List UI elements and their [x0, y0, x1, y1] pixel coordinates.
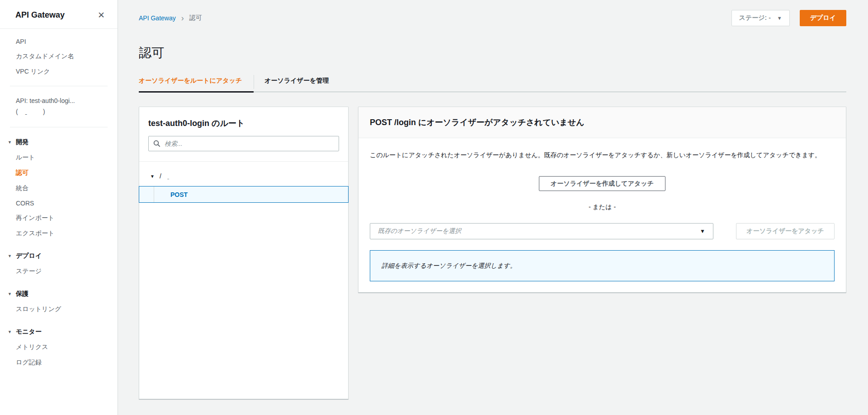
- sidebar-api-context: API: test-auth0-logi... ( ˍ ): [0, 92, 118, 121]
- chevron-down-icon: ▼: [777, 15, 782, 21]
- tree-root-path: /: [160, 173, 161, 180]
- sidebar-item-api[interactable]: API: [0, 34, 118, 49]
- breadcrumb-current: 認可: [189, 14, 202, 22]
- content-panels: test-auth0-login のルート ▼ / ˍ: [139, 107, 846, 399]
- sidebar-item-stages[interactable]: ステージ: [0, 264, 118, 279]
- tabs: オーソライザーをルートにアタッチ オーソライザーを管理: [139, 75, 846, 92]
- authorizer-detail-panel: POST /login にオーソライザーがアタッチされていません このルートにア…: [358, 107, 846, 293]
- breadcrumb: API Gateway › 認可: [139, 14, 202, 22]
- page-title: 認可: [139, 44, 846, 61]
- sidebar-item-export[interactable]: エクスポート: [0, 226, 118, 241]
- tree-root-path-suffix: ˍ: [167, 173, 170, 180]
- sidebar-item-integrations[interactable]: 統合: [0, 181, 118, 196]
- sidebar-divider: [10, 127, 108, 127]
- sidebar-header: API Gateway ✕: [0, 0, 118, 28]
- sidebar-section-develop: ▼ 開発 ルート 認可 統合 CORS 再インポート エクスポート: [0, 135, 118, 241]
- attach-authorizer-button[interactable]: オーソライザーをアタッチ: [736, 223, 835, 239]
- route-row-post-selected[interactable]: POST: [139, 186, 349, 203]
- chevron-down-icon: ▼: [8, 140, 12, 145]
- create-and-attach-authorizer-button[interactable]: オーソライザーを作成してアタッチ: [539, 176, 665, 191]
- sidebar-item-custom-domains[interactable]: カスタムドメイン名: [0, 49, 118, 64]
- tree-collapse-icon[interactable]: ▼: [150, 174, 155, 179]
- routes-panel-head: test-auth0-login のルート: [139, 107, 348, 151]
- sidebar: API Gateway ✕ API カスタムドメイン名 VPC リンク API:…: [0, 0, 118, 415]
- route-method-label: POST: [170, 191, 188, 198]
- app-root: API Gateway ✕ API カスタムドメイン名 VPC リンク API:…: [0, 0, 868, 415]
- existing-authorizer-row: 既存のオーソライザーを選択 ▼ オーソライザーをアタッチ: [370, 223, 835, 239]
- select-placeholder: 既存のオーソライザーを選択: [378, 227, 461, 235]
- sidebar-item-routes[interactable]: ルート: [0, 150, 118, 165]
- sidebar-section-header-deploy[interactable]: ▼ デプロイ: [0, 248, 118, 264]
- deploy-button[interactable]: デプロイ: [800, 10, 846, 26]
- sidebar-section-deploy: ▼ デプロイ ステージ: [0, 248, 118, 279]
- sidebar-section-monitor: ▼ モニター メトリクス ログ記録: [0, 324, 118, 370]
- sidebar-item-cors[interactable]: CORS: [0, 196, 118, 210]
- topbar-actions: ステージ: - ▼ デプロイ: [731, 10, 846, 26]
- tab-manage-authorizers[interactable]: オーソライザーを管理: [254, 75, 339, 92]
- detail-description: このルートにアタッチされたオーソライザーがありません。既存のオーソライザーをアタ…: [370, 150, 835, 160]
- api-context-name: API: test-auth0-logi...: [16, 95, 108, 106]
- breadcrumb-separator-icon: ›: [181, 14, 184, 22]
- route-tree: ▼ / ˍ POST: [139, 162, 348, 203]
- authorizer-info-text: 詳細を表示するオーソライザーを選択します。: [382, 262, 516, 270]
- or-separator-text: - または -: [370, 203, 835, 211]
- main-content: API Gateway › 認可 ステージ: - ▼ デプロイ 認可 オーソライ…: [118, 0, 868, 415]
- sidebar-item-metrics[interactable]: メトリクス: [0, 340, 118, 355]
- authorizer-info-box: 詳細を表示するオーソライザーを選択します。: [370, 250, 835, 281]
- api-context-id: ( ˍ ): [16, 106, 108, 117]
- sidebar-section-protect: ▼ 保護 スロットリング: [0, 286, 118, 317]
- sidebar-divider: [10, 86, 108, 86]
- detail-panel-body: このルートにアタッチされたオーソライザーがありません。既存のオーソライザーをアタ…: [359, 138, 846, 292]
- section-label: モニター: [16, 328, 42, 336]
- sidebar-item-authorization[interactable]: 認可: [0, 165, 118, 181]
- sidebar-section-header-develop[interactable]: ▼ 開発: [0, 135, 118, 150]
- detail-panel-title: POST /login にオーソライザーがアタッチされていません: [370, 117, 835, 128]
- routes-panel-title: test-auth0-login のルート: [148, 118, 339, 129]
- routes-panel: test-auth0-login のルート ▼ / ˍ: [139, 107, 349, 399]
- chevron-down-icon: ▼: [8, 330, 12, 334]
- route-search-box[interactable]: [148, 136, 339, 151]
- sidebar-item-throttling[interactable]: スロットリング: [0, 302, 118, 317]
- route-search-input[interactable]: [165, 140, 334, 147]
- tree-indent-divider: [154, 187, 154, 202]
- chevron-down-icon: ▼: [8, 292, 12, 296]
- chevron-down-icon: ▼: [8, 254, 12, 258]
- stage-select-label: ステージ: -: [739, 14, 771, 22]
- sidebar-top-links: API カスタムドメイン名 VPC リンク: [0, 29, 118, 80]
- stage-select-button[interactable]: ステージ: - ▼: [731, 10, 790, 26]
- chevron-down-icon: ▼: [700, 228, 705, 234]
- detail-panel-head: POST /login にオーソライザーがアタッチされていません: [359, 107, 846, 138]
- sidebar-item-vpc-links[interactable]: VPC リンク: [0, 64, 118, 79]
- sidebar-section-header-monitor[interactable]: ▼ モニター: [0, 324, 118, 340]
- close-icon[interactable]: ✕: [97, 10, 106, 20]
- section-label: 開発: [16, 138, 28, 146]
- sidebar-title: API Gateway: [15, 10, 65, 20]
- section-label: 保護: [16, 290, 28, 298]
- route-tree-root[interactable]: ▼ / ˍ: [139, 173, 348, 180]
- sidebar-item-logging[interactable]: ログ記録: [0, 355, 118, 370]
- topbar: API Gateway › 認可 ステージ: - ▼ デプロイ: [139, 10, 846, 26]
- existing-authorizer-select[interactable]: 既存のオーソライザーを選択 ▼: [370, 223, 713, 239]
- section-label: デプロイ: [16, 252, 42, 260]
- sidebar-item-reimport[interactable]: 再インポート: [0, 210, 118, 226]
- search-icon: [153, 140, 160, 147]
- breadcrumb-link-api-gateway[interactable]: API Gateway: [139, 14, 176, 22]
- sidebar-section-header-protect[interactable]: ▼ 保護: [0, 286, 118, 302]
- tab-attach-authorizer-to-routes[interactable]: オーソライザーをルートにアタッチ: [139, 75, 254, 92]
